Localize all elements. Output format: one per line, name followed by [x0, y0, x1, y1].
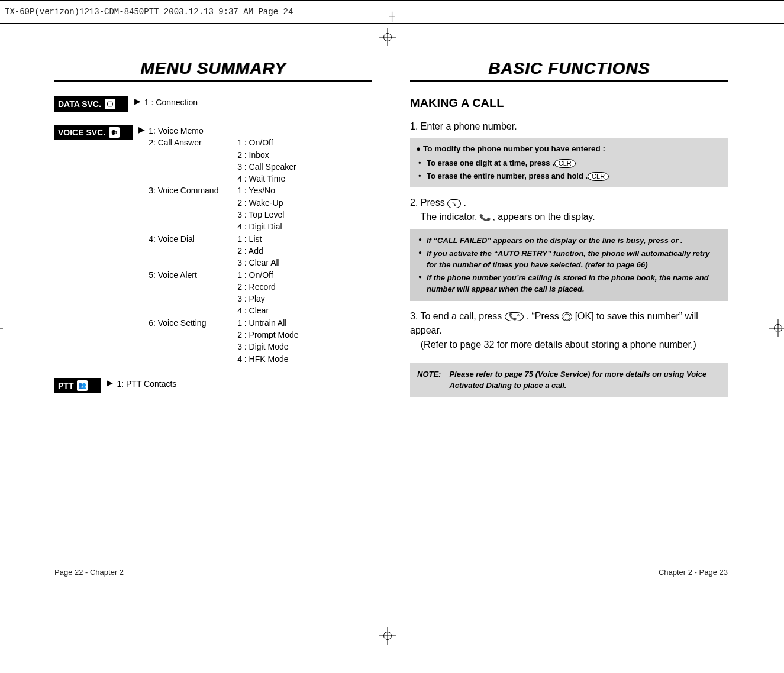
- info-line: To erase the entire number, press and ho…: [418, 170, 722, 182]
- menu-item: 2 : Record: [149, 281, 299, 293]
- end-key-icon: 📞°: [505, 312, 524, 321]
- arrow-icon: ▶: [138, 125, 145, 134]
- info-line: If “CALL FAILED” appears on the display …: [418, 235, 722, 247]
- menu-item: 3 : Digit Mode: [149, 341, 299, 352]
- section-badge: VOICE SVC.🗣: [54, 125, 133, 140]
- menu-item: 4 : HFK Mode: [149, 353, 299, 365]
- menu-item: 3: Voice Command1 : Yes/No: [149, 185, 299, 196]
- registration-mark-icon: [769, 319, 784, 337]
- menu-item: 1 : Connection: [144, 96, 233, 108]
- clr-key-icon: CLR: [588, 172, 609, 181]
- menu-item: 3 : Clear All: [149, 257, 299, 268]
- ok-key-icon: ◯: [562, 312, 572, 321]
- menu-item: 1: PTT Contacts: [117, 378, 205, 390]
- menu-item: 3 : Call Speaker: [149, 161, 299, 173]
- print-header-text: TX-60P(verizon)1213-CDM-8450PTT 2003.12.…: [5, 7, 293, 17]
- info-line: If the phone number you’re calling is st…: [418, 272, 722, 295]
- note-box: NOTE: Please refer to page 75 (Voice Ser…: [410, 363, 728, 397]
- title-rule: [54, 80, 372, 83]
- info-line: To erase one digit at a time, press .CLR: [418, 157, 722, 169]
- note-text: Please refer to page 75 (Voice Service) …: [449, 368, 721, 391]
- menu-item: 4: Voice Dial1 : List: [149, 233, 299, 245]
- menu-item: 2 : Inbox: [149, 149, 299, 161]
- menu-item: 4 : Digit Dial: [149, 221, 299, 232]
- send-key-icon: ↘: [447, 199, 461, 208]
- menu-item: 3 : Top Level: [149, 209, 299, 221]
- section-icon: 👥: [77, 380, 88, 391]
- arrow-icon: ▶: [107, 378, 113, 387]
- section-badge: DATA SVC.🖵: [54, 96, 128, 112]
- menu-item: 5: Voice Alert1 : On/Off: [149, 269, 299, 281]
- menu-section: PTT👥▶1: PTT Contacts: [54, 378, 372, 393]
- page-footer: Page 22 - Chapter 2: [54, 568, 124, 577]
- section-icon: 🖵: [105, 99, 115, 109]
- section-heading: MAKING A CALL: [410, 96, 728, 110]
- menu-items: 1: Voice Memo2: Call Answer1 : On/Off2 :…: [149, 125, 299, 365]
- menu-item: 2: Call Answer1 : On/Off: [149, 137, 299, 148]
- note-label: NOTE:: [417, 368, 441, 391]
- top-tick-icon: ┼: [389, 12, 395, 22]
- menu-items: 1 : Connection: [144, 96, 233, 108]
- right-page: BASIC FUNCTIONS MAKING A CALL 1. Enter a…: [410, 59, 728, 406]
- menu-item: 4 : Wait Time: [149, 173, 299, 185]
- step-text: 2. Press ↘ . The indicator, 📞 , appears …: [410, 196, 728, 224]
- menu-item: 3 : Play: [149, 293, 299, 305]
- page-footer: Chapter 2 - Page 23: [659, 568, 728, 577]
- info-box: To modify the phone number you have ente…: [410, 138, 728, 187]
- menu-item: 6: Voice Setting1 : Untrain All: [149, 317, 299, 329]
- registration-mark-icon: [0, 319, 3, 337]
- info-box-header: To modify the phone number you have ente…: [416, 143, 722, 155]
- menu-items: 1: PTT Contacts: [117, 378, 205, 390]
- title-rule: [410, 80, 728, 83]
- clr-key-icon: CLR: [554, 159, 576, 168]
- registration-mark-icon: [379, 28, 396, 46]
- menu-item: 2 : Wake-Up: [149, 197, 299, 209]
- menu-section: VOICE SVC.🗣▶1: Voice Memo2: Call Answer1…: [54, 125, 372, 365]
- arrow-icon: ▶: [134, 96, 141, 106]
- page-title: BASIC FUNCTIONS: [410, 59, 728, 78]
- info-box: If “CALL FAILED” appears on the display …: [410, 229, 728, 301]
- info-line: If you activate the “AUTO RETRY” functio…: [418, 248, 722, 271]
- step-text: 3. To end a call, press 📞° . “Press ◯ [O…: [410, 309, 728, 352]
- menu-item: 2 : Prompt Mode: [149, 329, 299, 341]
- left-page: MENU SUMMARY DATA SVC.🖵▶1 : ConnectionVO…: [54, 59, 372, 406]
- menu-item: 2 : Add: [149, 245, 299, 257]
- section-icon: 🗣: [109, 127, 120, 138]
- menu-item: 4 : Clear: [149, 305, 299, 316]
- print-header: TX-60P(verizon)1213-CDM-8450PTT 2003.12.…: [0, 0, 784, 24]
- section-badge: PTT👥: [54, 378, 101, 393]
- registration-mark-icon: [379, 627, 396, 645]
- step-text: 1. Enter a phone number.: [410, 119, 728, 134]
- page-title: MENU SUMMARY: [54, 59, 372, 78]
- menu-section: DATA SVC.🖵▶1 : Connection: [54, 96, 372, 112]
- menu-item: 1: Voice Memo: [149, 125, 299, 137]
